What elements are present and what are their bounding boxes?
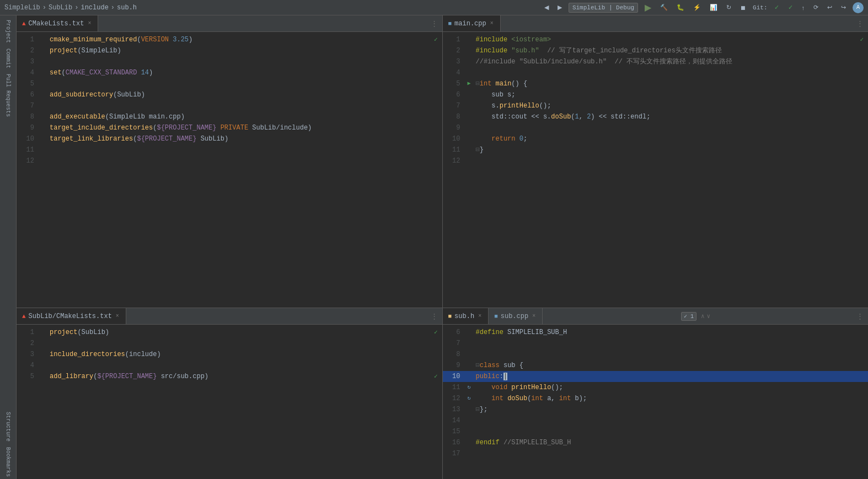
panel-main-cpp: ■ main.cpp × ⋮ 1 #include <iostream> ✓	[443, 15, 869, 308]
config-dropdown[interactable]: SimpleLib | Debug	[569, 3, 638, 13]
tab-sub-h-label: sub.h	[454, 313, 474, 320]
nav-up-btn[interactable]: ∧	[701, 313, 705, 320]
table-row: 16 #endif //SIMPLELIB_SUB_H	[443, 437, 869, 448]
breadcrumb: SimpleLib › SubLib › include › sub.h	[4, 4, 137, 12]
table-row: 7	[17, 100, 442, 111]
breadcrumb-sublib[interactable]: SubLib	[49, 4, 72, 12]
sidebar-icon-bookmarks[interactable]: Bookmarks	[1, 445, 15, 479]
panel-cmake-bottom: ▲ SubLib/CMakeLists.txt × ⋮ 1 project(Su…	[17, 308, 443, 479]
debug-btn[interactable]: 🐛	[674, 3, 687, 12]
table-row: 10 return 0;	[443, 133, 869, 144]
panel-sub-h: ■ sub.h × ■ sub.cpp × ✓ 1 ∧ ∨ ⋮	[443, 308, 869, 479]
tab-sublib-cmake-close[interactable]: ×	[115, 313, 120, 320]
reload-btn[interactable]: ↻	[724, 3, 733, 12]
table-row: 15	[443, 426, 869, 437]
git-history-btn[interactable]: ⟳	[811, 3, 821, 12]
table-row: 11	[17, 144, 442, 155]
nav-down-btn[interactable]: ∨	[707, 313, 711, 320]
table-row: 13 ⊟};	[443, 404, 869, 415]
tab-sub-h[interactable]: ■ sub.h ×	[443, 308, 489, 324]
tab-bar-left-top: ▲ CMakeLists.txt × ⋮	[17, 15, 442, 32]
stop-btn[interactable]: ⏹	[738, 3, 748, 12]
panel-menu-btn[interactable]: ⋮	[426, 15, 442, 31]
git-push-btn[interactable]: ↑	[800, 3, 807, 12]
table-row: 9 ⊟class sub {	[443, 360, 869, 371]
sidebar-icon-pull[interactable]: Pull Requests	[1, 72, 15, 119]
tab-main-cpp-close[interactable]: ×	[489, 20, 495, 27]
table-row: 14	[443, 415, 869, 426]
git-tick-btn[interactable]: ✓	[786, 3, 795, 12]
table-row: 11 ⊟}	[443, 144, 869, 155]
profile-btn[interactable]: 📊	[708, 3, 720, 12]
table-row: 1 cmake_minimum_required(VERSION 3.25) ✓	[17, 34, 442, 45]
tab-bar-right-bottom: ■ sub.h × ■ sub.cpp × ✓ 1 ∧ ∨ ⋮	[443, 308, 869, 325]
panel-menu-btn-right[interactable]: ⋮	[852, 15, 868, 31]
cpp-icon: ■	[448, 20, 452, 27]
sidebar-icon-commit[interactable]: Commit	[1, 46, 15, 71]
left-sidebar: Project Commit Pull Requests Structure B…	[0, 15, 17, 479]
table-row: 3 include_directories(include)	[17, 349, 442, 360]
table-row: 12 ↻ int doSub(int a, int b);	[443, 393, 869, 404]
table-row: 8	[443, 349, 869, 360]
run-btn[interactable]: ▶	[642, 1, 653, 14]
tab-cmake-close[interactable]: ×	[87, 20, 92, 27]
tab-sublib-cmake-label: SubLib/CMakeLists.txt	[29, 313, 112, 320]
tab-cmake[interactable]: ▲ CMakeLists.txt ×	[17, 15, 98, 31]
breadcrumb-file[interactable]: sub.h	[117, 4, 137, 12]
table-row: 8 std::cout << s.doSub(1, 2) << std::end…	[443, 111, 869, 122]
cmake-icon-sub: ▲	[22, 313, 26, 320]
panel-menu-btn-lb[interactable]: ⋮	[426, 308, 442, 324]
forward-btn[interactable]: ▶	[555, 3, 564, 12]
cmake-code-area[interactable]: 1 cmake_minimum_required(VERSION 3.25) ✓…	[17, 32, 442, 308]
tab-sublib-cmake[interactable]: ▲ SubLib/CMakeLists.txt ×	[17, 308, 126, 324]
match-badge: ✓ 1	[681, 312, 696, 321]
table-row: 3 //#include "SubLib/include/sub.h" // 不…	[443, 56, 869, 67]
cpp-icon-sub: ■	[494, 313, 498, 320]
panel-cmake-top: ▲ CMakeLists.txt × ⋮ 1 cmake_minimum_req…	[17, 15, 443, 308]
git-label: Git:	[753, 4, 767, 11]
breadcrumb-simplelib[interactable]: SimpleLib	[4, 4, 40, 12]
table-row: 4 set(CMAKE_CXX_STANDARD 14)	[17, 67, 442, 78]
table-row: 11 ↻ void printHello();	[443, 382, 869, 393]
breadcrumb-include[interactable]: include	[81, 4, 108, 12]
tab-bar-left-bottom: ▲ SubLib/CMakeLists.txt × ⋮	[17, 308, 442, 325]
sub-h-code-area[interactable]: 6 #define SIMPLELIB_SUB_H 7 8	[443, 325, 869, 479]
tab-sub-h-close[interactable]: ×	[477, 313, 483, 320]
table-row: 6 sub s;	[443, 89, 869, 100]
table-row: 2	[17, 338, 442, 349]
sidebar-icon-project[interactable]: Project	[1, 18, 15, 45]
editors-bottom: ▲ SubLib/CMakeLists.txt × ⋮ 1 project(Su…	[17, 308, 868, 479]
table-row: 2 #include "sub.h" // 写了target_include_d…	[443, 45, 869, 56]
table-row: 6 add_subdirectory(SubLib)	[17, 89, 442, 100]
sublib-cmake-code-area[interactable]: 1 project(SubLib) ✓ 2 3	[17, 325, 442, 479]
main-cpp-code-area[interactable]: 1 #include <iostream> ✓ 2 #include "sub.…	[443, 32, 869, 308]
table-row: 1 project(SubLib) ✓	[17, 327, 442, 338]
table-row: 10 public:|	[443, 371, 869, 382]
redo-btn[interactable]: ↪	[839, 3, 848, 12]
editors-area: ▲ CMakeLists.txt × ⋮ 1 cmake_minimum_req…	[17, 15, 868, 479]
build-btn[interactable]: 🔨	[658, 3, 670, 12]
table-row: 4	[17, 360, 442, 371]
table-row: 7	[443, 338, 869, 349]
user-avatar[interactable]: A	[853, 2, 864, 13]
tab-sub-cpp-close[interactable]: ×	[531, 313, 537, 320]
git-check-btn[interactable]: ✓	[772, 3, 781, 12]
tab-cmake-label: CMakeLists.txt	[29, 20, 84, 28]
tab-main-cpp[interactable]: ■ main.cpp ×	[443, 15, 501, 31]
back-btn[interactable]: ◀	[542, 3, 551, 12]
table-row: 7 s.printHello();	[443, 100, 869, 111]
toolbar: ◀ ▶ SimpleLib | Debug ▶ 🔨 🐛 ⚡ 📊 ↻ ⏹ Git:…	[542, 1, 864, 14]
tab-main-cpp-label: main.cpp	[454, 20, 486, 28]
tab-bar-right-top: ■ main.cpp × ⋮	[443, 15, 869, 32]
undo-btn[interactable]: ↩	[825, 3, 834, 12]
tab-sub-cpp[interactable]: ■ sub.cpp ×	[489, 308, 543, 324]
table-row: 6 #define SIMPLELIB_SUB_H	[443, 327, 869, 338]
table-row: 5	[17, 78, 442, 89]
h-icon: ■	[448, 313, 452, 320]
coverage-btn[interactable]: ⚡	[691, 3, 703, 12]
sidebar-icon-structure[interactable]: Structure	[1, 410, 15, 444]
table-row: 17	[443, 448, 869, 459]
table-row: 1 #include <iostream> ✓	[443, 34, 869, 45]
tab-sub-cpp-label: sub.cpp	[501, 313, 528, 320]
panel-menu-btn-rb[interactable]: ⋮	[852, 308, 868, 324]
